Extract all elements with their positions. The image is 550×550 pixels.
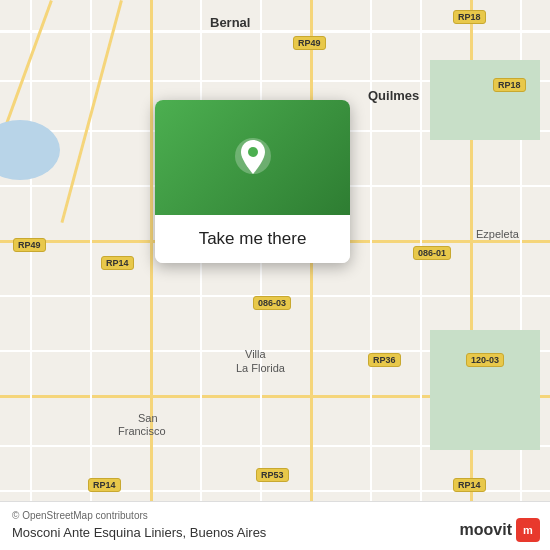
park-area: [430, 60, 540, 140]
route-badge-086-03: 086-03: [253, 296, 291, 310]
route-badge-rp53: RP53: [256, 468, 289, 482]
route-badge-086-01: 086-01: [413, 246, 451, 260]
take-me-there-button[interactable]: Take me there: [155, 215, 350, 263]
road: [90, 0, 92, 550]
route-badge-rp14-2: RP14: [88, 478, 121, 492]
map-label-la-florida: La Florida: [236, 362, 285, 374]
road: [0, 30, 550, 33]
route-badge-rp18: RP18: [453, 10, 486, 24]
map-label-bernal: Bernal: [210, 15, 250, 30]
road: [310, 0, 313, 550]
map-label-quilmes: Quilmes: [368, 88, 419, 103]
bottom-bar: © OpenStreetMap contributors Mosconi Ant…: [0, 501, 550, 550]
road: [200, 0, 202, 550]
route-badge-rp14-3: RP14: [453, 478, 486, 492]
route-badge-rp49-2: RP49: [13, 238, 46, 252]
road: [150, 0, 153, 550]
road: [30, 0, 32, 550]
route-badge-rp49-1: RP49: [293, 36, 326, 50]
moovit-brand-name: moovit: [460, 521, 512, 539]
route-badge-rp14-1: RP14: [101, 256, 134, 270]
moovit-logo: moovit m: [460, 518, 540, 542]
location-text: Mosconi Ante Esquina Liniers, Buenos Air…: [12, 525, 266, 540]
road: [420, 0, 422, 550]
park-area: [430, 330, 540, 450]
moovit-logo-icon: m: [519, 521, 537, 539]
map-container: Bernal Quilmes Ezpeleta Villa La Florida…: [0, 0, 550, 550]
route-badge-rp18-2: RP18: [493, 78, 526, 92]
route-badge-rp36: RP36: [368, 353, 401, 367]
map-label-ezpeleta: Ezpeleta: [476, 228, 519, 240]
svg-text:m: m: [523, 524, 533, 536]
map-label-san: San: [138, 412, 158, 424]
svg-point-1: [248, 147, 258, 157]
road: [370, 0, 372, 550]
moovit-icon: m: [516, 518, 540, 542]
map-label-villa: Villa: [245, 348, 266, 360]
map-label-francisco: Francisco: [118, 425, 166, 437]
location-pin-icon: [231, 136, 275, 180]
card-map-preview: [155, 100, 350, 215]
route-badge-120-03: 120-03: [466, 353, 504, 367]
location-card: Take me there: [155, 100, 350, 263]
